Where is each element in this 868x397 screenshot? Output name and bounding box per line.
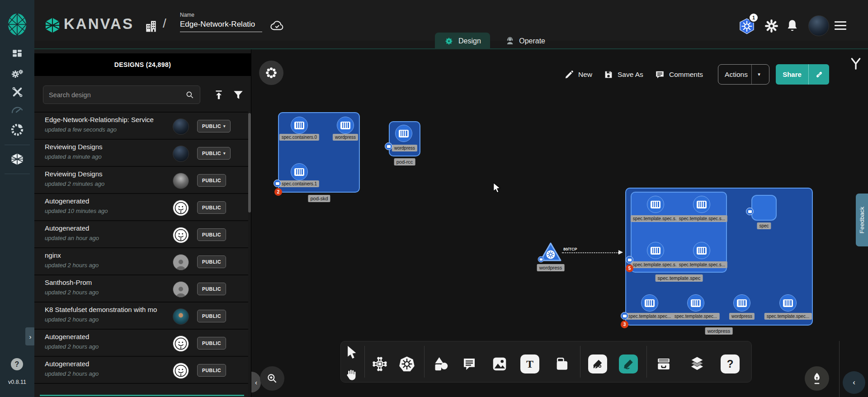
filter-funnel-icon[interactable] bbox=[232, 89, 244, 101]
visibility-button[interactable]: PUBLIC bbox=[197, 310, 226, 322]
design-name: Santhosh-Prom bbox=[45, 279, 169, 286]
container-icon bbox=[691, 299, 701, 307]
fork-y-icon[interactable] bbox=[849, 57, 863, 71]
shapes-tool[interactable] bbox=[433, 356, 449, 372]
pencil-draw-icon bbox=[623, 358, 634, 370]
visibility-button[interactable]: PUBLIC bbox=[197, 201, 226, 214]
new-button[interactable]: New bbox=[564, 64, 592, 85]
container-node[interactable] bbox=[687, 294, 704, 312]
visibility-button[interactable]: PUBLIC▾ bbox=[197, 147, 231, 160]
comments-button[interactable]: Comments bbox=[655, 64, 703, 85]
design-updated: updated 2 hours ago bbox=[45, 289, 99, 296]
container-node[interactable] bbox=[693, 196, 710, 213]
pen-path-tool[interactable] bbox=[588, 354, 607, 373]
toolbar-help-tool[interactable]: ? bbox=[721, 354, 740, 373]
pod-badge-icon[interactable] bbox=[385, 142, 392, 150]
design-list-item[interactable]: Santhosh-Prom updated 2 hours ago PUBLIC bbox=[34, 274, 248, 302]
error-badge[interactable]: 3 bbox=[621, 321, 628, 328]
sidebar-item-dashboard[interactable] bbox=[0, 48, 34, 60]
comment-tool[interactable] bbox=[462, 357, 477, 371]
copy-link-button[interactable] bbox=[809, 70, 829, 79]
sidebar-item-kanvas[interactable] bbox=[0, 153, 34, 165]
share-button[interactable]: Share bbox=[776, 64, 829, 85]
sticky-note-tool[interactable] bbox=[554, 356, 570, 372]
collapse-right-button[interactable]: ‹ bbox=[843, 371, 865, 394]
visibility-button[interactable]: PUBLIC bbox=[197, 255, 226, 268]
container-node[interactable] bbox=[647, 196, 664, 213]
pod-badge-icon[interactable] bbox=[626, 256, 633, 264]
search-input[interactable] bbox=[43, 91, 185, 99]
service-badge-icon[interactable] bbox=[538, 256, 544, 263]
container-node[interactable] bbox=[291, 117, 308, 134]
container-node[interactable] bbox=[337, 117, 354, 134]
design-list-item[interactable]: nginx updated 2 hours ago PUBLIC bbox=[34, 247, 248, 275]
container-node[interactable] bbox=[395, 125, 412, 142]
pod-badge-icon[interactable] bbox=[746, 208, 754, 215]
rail-expand-button[interactable]: › bbox=[25, 327, 35, 345]
container-node[interactable] bbox=[647, 242, 664, 259]
visibility-button[interactable]: PUBLIC bbox=[197, 228, 226, 241]
sidebar-item-lifecycle[interactable] bbox=[0, 68, 34, 80]
text-tool[interactable]: T bbox=[520, 354, 539, 373]
error-badge[interactable]: 5 bbox=[626, 265, 633, 272]
layers-tool[interactable] bbox=[689, 355, 706, 373]
deployment-badge-icon[interactable] bbox=[621, 312, 628, 320]
pan-tool[interactable] bbox=[344, 369, 357, 381]
save-as-button[interactable]: Save As bbox=[604, 64, 643, 85]
design-list-item[interactable]: Autogenerated updated 2 hours ago PUBLIC bbox=[34, 356, 248, 384]
container-node[interactable] bbox=[641, 294, 658, 312]
sidebar-item-performance[interactable] bbox=[0, 104, 34, 115]
pod-badge-icon[interactable] bbox=[274, 180, 281, 187]
design-list-item[interactable]: Autogenerated updated an hour ago PUBLIC bbox=[34, 220, 248, 248]
organization-icon[interactable] bbox=[144, 18, 158, 33]
design-list-item[interactable]: Reviewing Designs updated a minute ago P… bbox=[34, 139, 248, 167]
node-group-spec-template-spec[interactable] bbox=[631, 192, 727, 273]
actions-button[interactable]: Actions ▾ bbox=[718, 64, 769, 85]
spec-node[interactable] bbox=[751, 195, 777, 221]
visibility-button[interactable]: PUBLIC bbox=[197, 364, 226, 377]
components-tool[interactable] bbox=[372, 356, 387, 372]
sidebar-item-configuration[interactable] bbox=[0, 86, 34, 98]
design-mode-button[interactable] bbox=[805, 366, 829, 391]
design-list-item[interactable]: Reviewing Designs updated 2 minutes ago … bbox=[34, 166, 248, 194]
container-node[interactable] bbox=[291, 163, 308, 180]
meshery-logo[interactable] bbox=[0, 13, 34, 36]
zoom-in-button[interactable] bbox=[260, 366, 284, 391]
designs-scrollbar[interactable] bbox=[248, 113, 251, 213]
visibility-button[interactable]: PUBLIC bbox=[197, 283, 226, 295]
import-design-icon[interactable] bbox=[213, 89, 225, 101]
visibility-button[interactable]: PUBLIC▾ bbox=[197, 120, 231, 132]
meshery-logo-icon bbox=[7, 13, 27, 36]
container-node[interactable] bbox=[733, 294, 750, 312]
menu-hamburger-icon[interactable] bbox=[835, 21, 846, 30]
sidebar-item-extensions[interactable] bbox=[0, 123, 34, 137]
tab-operate[interactable]: Operate bbox=[496, 33, 554, 49]
container-node[interactable] bbox=[693, 242, 710, 259]
design-list-item[interactable]: Autogenerated updated 2 hours ago PUBLIC bbox=[34, 329, 248, 357]
visibility-button[interactable]: PUBLIC bbox=[197, 174, 226, 187]
tab-design[interactable]: Design bbox=[435, 33, 490, 49]
container-node[interactable] bbox=[779, 294, 797, 312]
kubernetes-tool[interactable] bbox=[398, 355, 415, 373]
design-list-item[interactable]: K8 Statefulset demonstration with mo upd… bbox=[34, 302, 248, 330]
freehand-draw-tool-active[interactable] bbox=[619, 354, 638, 373]
drawer-tool[interactable] bbox=[656, 356, 672, 372]
search-icon[interactable] bbox=[185, 90, 194, 99]
design-list-item[interactable]: Edge-Network-Relationship: Service updat… bbox=[34, 112, 248, 140]
flower-icon bbox=[265, 66, 278, 79]
visibility-button[interactable]: PUBLIC bbox=[197, 337, 226, 350]
actions-caret-icon[interactable]: ▾ bbox=[752, 71, 766, 77]
network-edge[interactable] bbox=[562, 252, 620, 253]
feedback-tab[interactable]: Feedback bbox=[856, 194, 868, 246]
settings-gear-icon[interactable] bbox=[764, 19, 778, 33]
canvas-menu-button[interactable] bbox=[259, 61, 283, 85]
user-avatar[interactable] bbox=[808, 15, 829, 36]
error-badge[interactable]: 2 bbox=[274, 188, 282, 196]
design-list-item[interactable]: Autogenerated updated 10 minutes ago PUB… bbox=[34, 193, 248, 221]
help-button[interactable]: ? bbox=[11, 358, 23, 370]
notifications-bell-icon[interactable] bbox=[786, 19, 799, 33]
select-tool[interactable] bbox=[346, 346, 358, 359]
collapse-panel-button[interactable]: ‹ bbox=[251, 372, 261, 392]
design-name-input[interactable] bbox=[180, 18, 262, 32]
image-tool[interactable] bbox=[491, 356, 508, 372]
